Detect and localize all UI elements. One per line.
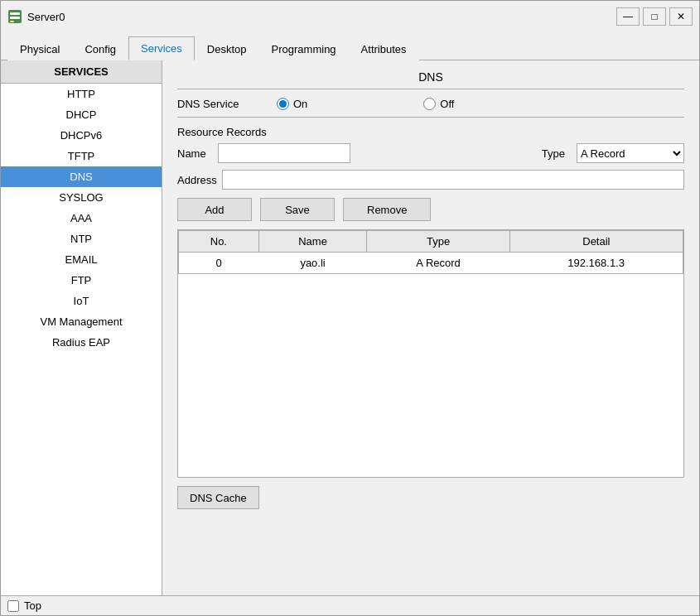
col-detail: Detail xyxy=(509,231,683,253)
minimize-button[interactable]: — xyxy=(616,7,640,26)
action-buttons: Add Save Remove xyxy=(177,198,684,221)
tab-config[interactable]: Config xyxy=(72,37,128,60)
tab-desktop[interactable]: Desktop xyxy=(195,37,259,60)
dns-on-label: On xyxy=(293,98,307,110)
svg-rect-2 xyxy=(10,17,20,19)
row-type: A Record xyxy=(367,253,509,274)
table-row[interactable]: 0 yao.li A Record 192.168.1.3 xyxy=(179,253,683,274)
resource-records-label: Resource Records xyxy=(177,126,684,138)
col-type: Type xyxy=(367,231,509,253)
sidebar-item-http[interactable]: HTTP xyxy=(1,84,162,104)
sidebar-item-aaa[interactable]: AAA xyxy=(1,208,162,229)
content-panel: DNS DNS Service On Off Resour xyxy=(162,60,699,595)
maximize-button[interactable]: □ xyxy=(643,7,666,26)
dns-records-table-container: No. Name Type Detail 0 yao.li A Record 1… xyxy=(177,229,684,478)
main-window: Server0 — □ ✕ Physical Config Services D… xyxy=(0,0,700,616)
sidebar-item-iot[interactable]: IoT xyxy=(1,291,162,311)
col-name: Name xyxy=(258,231,367,253)
row-detail: 192.168.1.3 xyxy=(509,253,683,274)
name-field-label: Name xyxy=(177,147,206,160)
dns-service-row: DNS Service On Off xyxy=(177,98,684,110)
sidebar-item-radius-eap[interactable]: Radius EAP xyxy=(1,332,162,353)
add-button[interactable]: Add xyxy=(177,198,252,221)
address-label: Address xyxy=(177,174,217,186)
tab-bar: Physical Config Services Desktop Program… xyxy=(1,31,699,60)
svg-rect-1 xyxy=(10,12,20,15)
main-area: SERVICES HTTP DHCP DHCPv6 TFTP DNS SYSLO… xyxy=(1,60,699,595)
save-button[interactable]: Save xyxy=(260,198,335,221)
dns-service-radio-group: On Off xyxy=(277,98,454,110)
tab-attributes[interactable]: Attributes xyxy=(349,37,419,60)
svg-rect-3 xyxy=(10,21,14,22)
sidebar-scroll[interactable]: HTTP DHCP DHCPv6 TFTP DNS SYSLOG AAA NTP… xyxy=(1,84,162,595)
type-field-label: Type xyxy=(542,147,565,160)
tab-services[interactable]: Services xyxy=(128,36,195,60)
address-row: Address xyxy=(177,170,684,190)
sidebar-item-dhcpv6[interactable]: DHCPv6 xyxy=(1,125,162,146)
window-title: Server0 xyxy=(27,11,65,23)
tab-programming[interactable]: Programming xyxy=(259,37,349,60)
sidebar-item-ftp[interactable]: FTP xyxy=(1,270,162,291)
name-input[interactable] xyxy=(218,143,350,163)
sidebar: SERVICES HTTP DHCP DHCPv6 TFTP DNS SYSLO… xyxy=(1,60,162,595)
dns-off-option[interactable]: Off xyxy=(423,98,454,110)
sidebar-item-dns[interactable]: DNS xyxy=(1,166,162,187)
sidebar-item-vm-management[interactable]: VM Management xyxy=(1,311,162,332)
name-type-row: Name Type A Record AAAA Record CNAME Rec… xyxy=(177,143,684,163)
dns-on-radio[interactable] xyxy=(277,98,289,110)
panel-title: DNS xyxy=(177,70,684,84)
type-select[interactable]: A Record AAAA Record CNAME Record MX Rec… xyxy=(577,143,684,163)
tab-physical[interactable]: Physical xyxy=(7,37,72,60)
sidebar-item-dhcp[interactable]: DHCP xyxy=(1,104,162,125)
title-bar: Server0 — □ ✕ xyxy=(1,1,699,31)
sidebar-item-email[interactable]: EMAIL xyxy=(1,249,162,270)
sidebar-item-syslog[interactable]: SYSLOG xyxy=(1,187,162,208)
footer: Top xyxy=(1,595,699,615)
col-no: No. xyxy=(179,231,259,253)
top-checkbox[interactable] xyxy=(7,600,19,612)
row-no: 0 xyxy=(179,253,259,274)
dns-service-label: DNS Service xyxy=(177,98,277,110)
top-label: Top xyxy=(24,599,41,612)
sidebar-header: SERVICES xyxy=(1,60,162,84)
dns-on-option[interactable]: On xyxy=(277,98,307,110)
address-input[interactable] xyxy=(222,170,684,190)
title-bar-controls: — □ ✕ xyxy=(616,7,693,26)
dns-off-label: Off xyxy=(440,98,454,110)
sidebar-item-tftp[interactable]: TFTP xyxy=(1,146,162,166)
remove-button[interactable]: Remove xyxy=(343,198,431,221)
section-divider xyxy=(177,117,684,118)
app-icon xyxy=(7,9,22,24)
dns-cache-button[interactable]: DNS Cache xyxy=(177,486,259,509)
sidebar-item-ntp[interactable]: NTP xyxy=(1,229,162,249)
dns-off-radio[interactable] xyxy=(423,98,436,110)
close-button[interactable]: ✕ xyxy=(669,7,693,26)
row-name: yao.li xyxy=(258,253,367,274)
title-bar-left: Server0 xyxy=(7,9,65,24)
title-divider xyxy=(177,89,684,89)
dns-records-table: No. Name Type Detail 0 yao.li A Record 1… xyxy=(178,230,683,274)
